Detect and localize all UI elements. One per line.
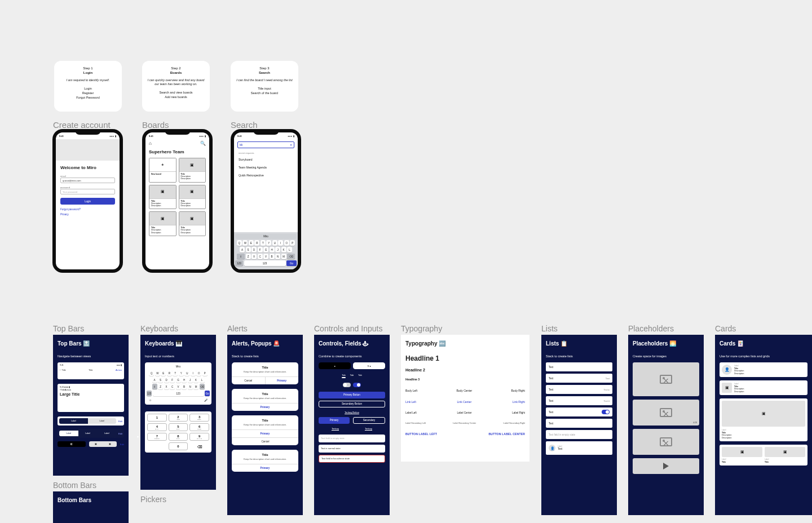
image-icon: ▣ (722, 447, 762, 457)
phone-search[interactable]: 9:41●●● ▮ Mi ✕ recent requests Storyboar… (231, 129, 301, 273)
segmented-control-light[interactable]: LabelLabelEdit (58, 416, 124, 426)
forgot-password-link[interactable]: Forgot password? (60, 208, 115, 211)
apple-share-button[interactable]: ▸ (319, 362, 351, 369)
step-card-3: Step 3 Search I can find the board I nee… (231, 61, 298, 112)
alert-two-buttons: TitleKeep the description short and info… (232, 362, 298, 384)
keyboard-suggestion[interactable]: Miro (235, 234, 297, 239)
secondary-button[interactable]: Secondary Button (319, 401, 385, 407)
list-cell[interactable]: Text (546, 362, 612, 371)
step-card-1: Step 1 Login I am required to identify m… (54, 61, 122, 112)
board-card[interactable]: ▣ TitleDescriptionDescription (179, 158, 206, 183)
label-controls: Controls and Inputs (314, 324, 382, 333)
panel-top-bars[interactable]: Top Bars 🔝 Navigate between views 9:41●●… (53, 335, 129, 476)
phone-notch (75, 129, 101, 135)
label-create-account: Create account (53, 120, 111, 130)
panel-alerts[interactable]: Alerts, Popups 🚨 Stack to create lists T… (227, 335, 303, 515)
headline-3: Headline 3 (405, 378, 525, 381)
resize-handle-icon[interactable]: ◆ (137, 435, 139, 438)
mic-icon[interactable]: 🎤 (204, 398, 208, 402)
welcome-title: Welcome to Miro (60, 165, 115, 170)
go-key[interactable]: Go (286, 260, 297, 266)
panel-keyboards[interactable]: ◆ Keyboards 🎹 Input text or numbers Miro… (140, 335, 216, 490)
body-row: Body LeftBody CenterBody Right (405, 389, 525, 392)
backspace-key[interactable]: ⌫ (287, 254, 295, 259)
share-buttons: ▸ G ▸ (319, 362, 385, 369)
panel-title: Top Bars 🔝 (58, 340, 124, 347)
board-card[interactable]: ▣ TitleDescriptionDescription (179, 185, 206, 210)
image-icon (660, 437, 672, 446)
list-cell-empty[interactable]: Text field in empty state (546, 430, 612, 439)
panel-bottom-bars[interactable]: Bottom Bars (53, 491, 129, 523)
shift-key[interactable]: ⇧ (237, 254, 245, 259)
video-placeholder[interactable] (633, 458, 699, 474)
password-field[interactable]: Your password (60, 189, 115, 194)
phone-login[interactable]: 9:41●●● ▮ Welcome to Miro email q.wran@m… (52, 129, 123, 273)
card-grid[interactable]: ▣LabelTitle ▣LabelTitle (720, 445, 807, 466)
step-desc: I am required to identify myself. (59, 78, 117, 82)
toggle-on[interactable] (353, 383, 361, 387)
new-board-card[interactable]: + New board (149, 158, 176, 183)
panel-controls[interactable]: Controls, Fields 🕹 Combine to create com… (314, 335, 390, 515)
email-field[interactable]: q.wran@miro.com (60, 178, 115, 183)
label-boards: Boards (142, 120, 169, 130)
phone-boards[interactable]: 9:41●●● ▮ ⌂ 🔍 Superhero Team + New board… (142, 129, 213, 273)
toggle-off[interactable] (343, 383, 351, 387)
alert-stacked: TitleKeep the description short and info… (232, 415, 298, 445)
alert-cancel[interactable]: Cancel (232, 377, 265, 384)
search-icon[interactable]: 🔍 (200, 141, 206, 146)
boards-topbar: ⌂ 🔍 (145, 139, 209, 147)
button-label-row: BUTTON LABEL LEFTBUTTON LABEL CENTER (405, 432, 525, 436)
numbers-key[interactable]: 123 (235, 260, 243, 266)
panel-placeholders[interactable]: Placeholders 🌅 Create space for images 4… (628, 335, 704, 515)
segmented-control-dark[interactable]: LabelLabelLabelEdit (58, 429, 124, 438)
text-field-normal[interactable]: Text in normal state (319, 445, 385, 453)
search-input[interactable]: Mi ✕ (237, 141, 294, 148)
image-placeholder (633, 429, 699, 455)
label-row: Label LeftLabel CenterLabel Right (405, 411, 525, 414)
list-cell-disclosure[interactable]: TextText ▸ (546, 385, 612, 394)
card-avatar[interactable]: 👤LabelTitleDescriptionDescription (720, 362, 807, 377)
list-cell[interactable]: TextText (546, 374, 612, 383)
panel-typography[interactable]: Typography 🔤 Headline 1 Headline 2 Headl… (401, 335, 529, 462)
panel-lists[interactable]: Lists 📋 Stack to create lists Text TextT… (541, 335, 617, 515)
alert-primary-only: TitleKeep the description short and info… (232, 450, 298, 472)
label-lists: Lists (541, 324, 558, 333)
search-result[interactable]: Quick Retrospective (234, 171, 298, 179)
emoji-icon[interactable]: ☺ (149, 398, 152, 402)
panel-cards[interactable]: Cards 🃏 Use for more complex lists and g… (715, 335, 812, 515)
google-share-button[interactable]: G ▸ (353, 362, 385, 369)
text-field-error[interactable]: Text field in focus/error state (319, 455, 385, 463)
keyboard-qwerty[interactable]: Miro QWERTYUIOP ASDFGHJKL ⇧ZXCVBNM⌫ 1231… (145, 362, 211, 405)
image-placeholder (633, 362, 699, 396)
tab-bar[interactable]: TabTabTab (319, 374, 385, 378)
board-card[interactable]: ▣ TitleDescriptionDescription (149, 185, 176, 210)
label-top-bars: Top Bars (53, 324, 84, 333)
avatar-icon: 👤 (722, 365, 732, 375)
login-button[interactable]: Login (60, 198, 115, 205)
text-field-empty[interactable]: Text field in empty state (319, 435, 385, 442)
list-cell-switch[interactable]: Text (546, 407, 612, 416)
tertiary-button[interactable]: Tertiary Button (319, 411, 385, 414)
keyboard-numpad[interactable]: 12ABC3DEF 4GHI5JKL6MNO 7PQRS8TUV9WXYZ 0⌫ (145, 411, 211, 453)
primary-button[interactable]: Primary Button (319, 392, 385, 398)
board-card[interactable]: ▣ TitleDescriptionDescription (179, 211, 206, 236)
avatar-icon: 👤 (549, 445, 555, 451)
board-card[interactable]: ▣ TitleDescriptionDescription (149, 211, 176, 236)
card-large[interactable]: ▣ LabelTitleDescriptionDescription (720, 398, 807, 441)
privacy-link[interactable]: Privacy (60, 213, 115, 216)
clear-icon[interactable]: ✕ (290, 143, 292, 147)
segmented-triple[interactable]: ◧ ▣▣ Edit (58, 441, 124, 447)
card-thumb[interactable]: ▣LabelTitleDescriptionDescription (720, 380, 807, 395)
home-icon[interactable]: ⌂ (149, 141, 152, 146)
list-cell[interactable]: Text (546, 419, 612, 428)
switch-on[interactable] (602, 410, 610, 414)
keyboard[interactable]: Miro QWERTYUIOP ASDFGHJKL ⇧ ZXCVBNM ⌫ 12… (234, 232, 298, 269)
list-cell-avatar[interactable]: 👤LabelText (546, 441, 612, 455)
space-key[interactable]: 123 (244, 260, 286, 266)
search-result[interactable]: Storyboard (234, 156, 298, 163)
search-result[interactable]: Team Meeting Agenda (234, 163, 298, 171)
topbar-sample-large: 9:41●●● ▮ ‹TitleAction Large Title (58, 384, 124, 412)
back-icon[interactable]: ‹ (60, 369, 60, 371)
alert-primary[interactable]: Primary (265, 377, 299, 384)
list-cell[interactable]: TextText ▾ (546, 396, 612, 405)
